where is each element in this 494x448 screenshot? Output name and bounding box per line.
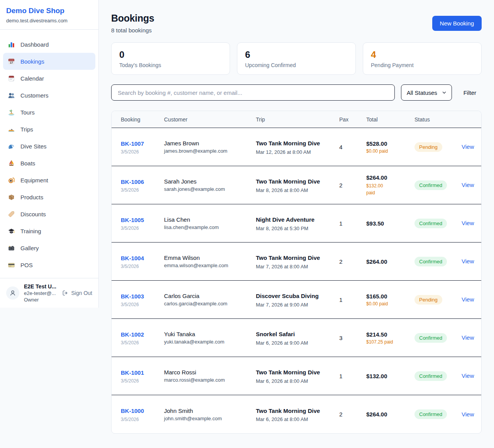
page-title-block: Bookings 8 total bookings bbox=[111, 13, 154, 34]
sidebar-item-dive-sites[interactable]: Dive Sites bbox=[3, 138, 95, 155]
new-booking-button[interactable]: New Booking bbox=[432, 16, 482, 31]
users-icon bbox=[8, 92, 15, 99]
total-amount: $93.50 bbox=[366, 220, 414, 227]
stat-card: 0 Today's Bookings bbox=[111, 42, 230, 75]
view-link[interactable]: View bbox=[462, 182, 474, 188]
trip-time: Mar 7, 2026 at 9:00 AM bbox=[256, 302, 339, 308]
user-role: Owner bbox=[24, 297, 56, 303]
sidebar-item-products[interactable]: Products bbox=[3, 189, 95, 205]
customer-name: Yuki Tanaka bbox=[164, 331, 256, 337]
booking-id-link[interactable]: BK-1002 bbox=[121, 330, 145, 339]
sidebar-item-training[interactable]: Training bbox=[3, 222, 95, 239]
view-link[interactable]: View bbox=[462, 411, 474, 418]
customer-name: Sarah Jones bbox=[164, 178, 256, 185]
paid-amount: $0.00 paid bbox=[366, 301, 414, 307]
sidebar-item-customers[interactable]: Customers bbox=[3, 87, 95, 104]
sidebar: Demo Dive Shop demo.test.divestreams.com… bbox=[0, 0, 99, 308]
table-row: BK-1007 3/5/2026 James Brown james.brown… bbox=[112, 128, 481, 166]
view-link[interactable]: View bbox=[462, 334, 474, 341]
trip-time: Mar 7, 2026 at 8:00 AM bbox=[256, 264, 339, 269]
sidebar-item-boats[interactable]: Boats bbox=[3, 155, 95, 172]
col-header-pax: Pax bbox=[339, 116, 366, 123]
cell-total: $214.50 $107.25 paid bbox=[366, 331, 414, 345]
trip-time: Mar 6, 2026 at 9:00 AM bbox=[256, 340, 339, 346]
sidebar-item-calendar[interactable]: Calendar bbox=[3, 70, 95, 87]
stats-row: 0 Today's Bookings 6 Upcoming Confirmed … bbox=[111, 42, 482, 75]
cell-pax: 3 bbox=[339, 335, 366, 341]
sidebar-item-label: Dashboard bbox=[20, 41, 49, 48]
sign-out-label: Sign Out bbox=[71, 290, 92, 296]
cell-trip: Two Tank Morning Dive Mar 6, 2026 at 8:0… bbox=[256, 406, 339, 422]
view-link[interactable]: View bbox=[462, 372, 474, 379]
sidebar-item-tours[interactable]: Tours bbox=[3, 104, 95, 121]
stat-value: 4 bbox=[371, 49, 474, 60]
cell-customer: Yuki Tanaka yuki.tanaka@example.com bbox=[164, 331, 256, 345]
booking-id-link[interactable]: BK-1000 bbox=[121, 406, 145, 415]
cell-customer: John Smith john.smith@example.com bbox=[164, 408, 256, 421]
sidebar-item-dashboard[interactable]: Dashboard bbox=[3, 36, 95, 53]
booking-id-link[interactable]: BK-1004 bbox=[121, 254, 145, 263]
shop-title[interactable]: Demo Dive Shop bbox=[6, 7, 92, 15]
total-amount: $132.00 bbox=[366, 373, 414, 379]
status-badge: Pending bbox=[414, 295, 442, 305]
customer-email: lisa.chen@example.com bbox=[164, 224, 256, 230]
cell-booking: BK-1003 3/5/2026 bbox=[121, 292, 164, 307]
trip-name: Two Tank Morning Dive bbox=[256, 253, 323, 262]
cell-pax: 2 bbox=[339, 411, 366, 418]
total-amount: $528.00 bbox=[366, 140, 414, 147]
paid-amount: $107.25 paid bbox=[366, 339, 414, 345]
cell-booking: BK-1007 3/5/2026 bbox=[121, 139, 164, 155]
page-subtitle: 8 total bookings bbox=[111, 27, 154, 34]
shop-domain: demo.test.divestreams.com bbox=[6, 18, 92, 24]
cell-actions: View bbox=[462, 411, 481, 418]
view-link[interactable]: View bbox=[462, 143, 474, 150]
island-icon bbox=[8, 109, 15, 116]
cell-actions: View bbox=[462, 143, 481, 150]
calendar-icon bbox=[8, 75, 15, 82]
trip-name: Two Tank Morning Dive bbox=[256, 368, 323, 377]
sign-out-button[interactable]: Sign Out bbox=[62, 290, 92, 296]
trip-time: Mar 8, 2026 at 5:30 PM bbox=[256, 226, 339, 231]
trip-name: Discover Scuba Diving bbox=[256, 291, 323, 300]
sidebar-item-gallery[interactable]: Gallery bbox=[3, 239, 95, 256]
sidebar-item-label: Customers bbox=[20, 92, 49, 99]
stat-value: 6 bbox=[245, 49, 348, 60]
booking-id-link[interactable]: BK-1003 bbox=[121, 292, 145, 301]
sidebar-item-equipment[interactable]: Equipment bbox=[3, 172, 95, 189]
booking-id-link[interactable]: BK-1007 bbox=[121, 139, 164, 148]
table-header-row: Booking Customer Trip Pax Total Status bbox=[112, 111, 481, 128]
cell-trip: Two Tank Morning Dive Mar 7, 2026 at 8:0… bbox=[256, 253, 339, 269]
cell-actions: View bbox=[462, 372, 481, 379]
trip-name: Two Tank Morning Dive bbox=[256, 177, 323, 186]
camera-icon bbox=[8, 244, 15, 252]
view-link[interactable]: View bbox=[462, 296, 474, 303]
trip-name: Snorkel Safari bbox=[256, 330, 323, 339]
booking-id-link[interactable]: BK-1001 bbox=[121, 368, 164, 377]
cell-total: $264.00 bbox=[366, 258, 414, 265]
search-input[interactable] bbox=[111, 84, 395, 101]
stat-card: 6 Upcoming Confirmed bbox=[237, 42, 356, 75]
package-icon bbox=[8, 194, 15, 201]
status-select-wrap: All Statuses bbox=[401, 84, 452, 101]
sidebar-item-pos[interactable]: POS bbox=[3, 256, 95, 273]
booking-id-link[interactable]: BK-1005 bbox=[121, 216, 145, 224]
view-link[interactable]: View bbox=[462, 220, 474, 226]
table-row: BK-1001 3/5/2026 Marco Rossi marco.rossi… bbox=[112, 357, 481, 395]
trip-name: Two Tank Morning Dive bbox=[256, 406, 323, 415]
sidebar-item-discounts[interactable]: Discounts bbox=[3, 205, 95, 222]
status-select[interactable]: All Statuses bbox=[401, 84, 452, 101]
cell-pax: 1 bbox=[339, 220, 366, 227]
sidebar-item-label: Training bbox=[20, 228, 41, 234]
table-row: BK-1006 3/5/2026 Sarah Jones sarah.jones… bbox=[112, 166, 481, 204]
sidebar-item-label: Calendar bbox=[20, 75, 44, 82]
cell-status: Pending bbox=[414, 142, 462, 152]
booking-id-link[interactable]: BK-1006 bbox=[121, 177, 145, 186]
filter-button[interactable]: Filter bbox=[458, 89, 482, 96]
trip-time: Mar 12, 2026 at 8:00 AM bbox=[256, 149, 339, 155]
sidebar-item-bookings[interactable]: Bookings bbox=[3, 53, 95, 70]
sidebar-item-trips[interactable]: Trips bbox=[3, 121, 95, 138]
view-link[interactable]: View bbox=[462, 258, 474, 264]
status-badge: Confirmed bbox=[414, 219, 447, 228]
cell-actions: View bbox=[462, 334, 481, 341]
total-amount: $165.00 bbox=[366, 293, 414, 300]
